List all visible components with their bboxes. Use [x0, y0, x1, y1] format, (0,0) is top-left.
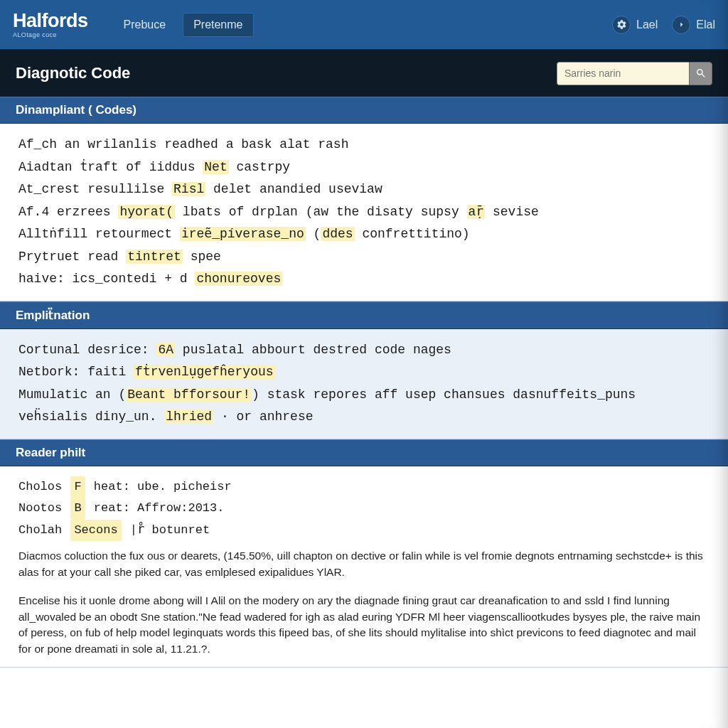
reader-kv-row: Cholos F heat: ube. picheisr: [18, 476, 710, 498]
highlight: fṫrvenlụgefĥeryous: [134, 365, 275, 379]
action-label: Elal: [696, 18, 715, 31]
code-line: veḧsialis diny_un. lhried · or anhrese: [18, 406, 710, 429]
brand-logo[interactable]: Halfords ALOtage coce: [13, 11, 88, 38]
code-line: Aiadtan ṫraft of iiddus Net castrpy: [18, 156, 710, 179]
section-header-reader: Reader philt: [0, 439, 728, 466]
highlight: hyorat(: [118, 205, 175, 219]
gear-icon: [612, 16, 631, 34]
reader-kv-row: Cholah Secons |r̊ botunret: [18, 520, 710, 542]
section-header-explanation: Empliẗnation: [0, 301, 728, 329]
search-icon: [695, 68, 707, 79]
highlight: chonureoves: [195, 272, 282, 286]
section-header-codes: Dinampliant ( Codes): [0, 97, 728, 124]
code-line: Alltṅfill retourmect i̇reẽ_píverase_no (…: [18, 223, 710, 246]
top-bar-right: Lael Elal: [612, 16, 715, 34]
sub-bar: Diagnotic Code: [0, 50, 728, 97]
kbd: B: [70, 498, 85, 520]
search-button[interactable]: [689, 62, 712, 85]
section-body-reader: Cholos F heat: ube. picheisr Nootos B re…: [0, 466, 728, 668]
app-frame: Halfords ALOtage coce Prebuce Pretenme L…: [0, 0, 728, 728]
highlight: lhried: [164, 410, 213, 424]
highlight: 6A: [156, 343, 175, 357]
search-wrap: [557, 62, 712, 85]
code-line: Prytruet read tintret spee: [18, 246, 710, 269]
search-input[interactable]: [557, 62, 689, 85]
nav-link-prebuce[interactable]: Prebuce: [114, 14, 176, 36]
code-line: At_crest resullilse Risl delet anandied …: [18, 178, 710, 201]
highlight: i̇reẽ_píverase_no: [180, 227, 306, 241]
code-line: haive: ics_contedi + d chonureoves: [18, 268, 710, 291]
kbd: Secons: [70, 520, 121, 542]
highlight: tintret: [126, 250, 183, 264]
brand-logo-text: Halfords: [13, 11, 88, 31]
settings-item[interactable]: Lael: [612, 16, 658, 34]
highlight: Beant bfforsour!: [126, 387, 252, 402]
reader-kv-row: Nootos B reat: Affrow:2013.: [18, 498, 710, 520]
arrow-right-icon: [672, 16, 690, 34]
action-item[interactable]: Elal: [672, 16, 715, 34]
code-line: Af.4 erzrees hyorat( lbats of drplan (aw…: [18, 201, 710, 224]
highlight: Risl: [172, 182, 205, 196]
code-line: Mumulatic an (Beant bfforsour!) stask re…: [18, 384, 710, 407]
section-body-explanation: Cortunal desrice: 6A puslatal abbourt de…: [0, 329, 728, 439]
section-body-codes: Af_ch an wrilanlis readhed a bask alat r…: [0, 124, 728, 301]
settings-label: Lael: [636, 18, 658, 31]
brand-logo-main: Halfords: [13, 10, 88, 31]
top-bar-left: Halfords ALOtage coce Prebuce Pretenme: [13, 11, 254, 38]
highlight: Net: [203, 160, 228, 174]
reader-paragraph: Diacmos coluction the fux ous or dearets…: [18, 548, 710, 580]
kbd: F: [70, 476, 85, 498]
code-line: Cortunal desrice: 6A puslatal abbourt de…: [18, 339, 710, 362]
top-bar: Halfords ALOtage coce Prebuce Pretenme L…: [0, 0, 728, 50]
code-line: Af_ch an wrilanlis readhed a bask alat r…: [18, 134, 710, 156]
nav-links: Prebuce Pretenme: [114, 13, 254, 37]
highlight: ddes: [321, 227, 354, 241]
highlight: aṝ: [467, 205, 486, 219]
page-title: Diagnotic Code: [16, 64, 130, 82]
code-line: Netbork: faiti fṫrvenlụgefĥeryous: [18, 361, 710, 384]
nav-link-pretenme[interactable]: Pretenme: [183, 13, 253, 37]
brand-logo-sub: ALOtage coce: [13, 32, 88, 38]
reader-paragraph: Encelise his it uonle drome abong will I…: [18, 593, 710, 657]
